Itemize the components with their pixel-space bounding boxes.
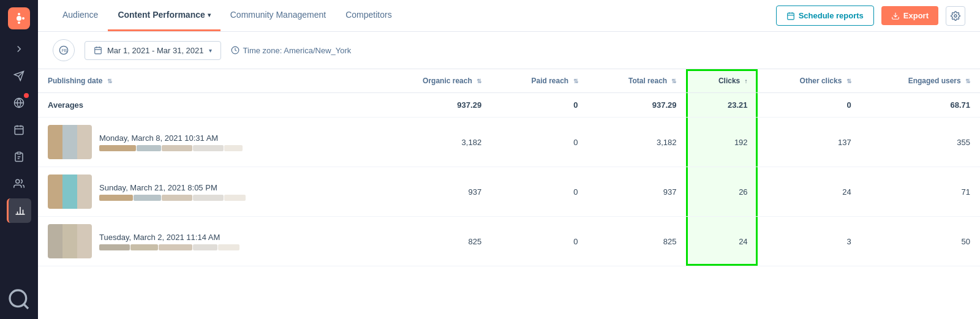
thumb-block-2 <box>62 125 77 159</box>
row2-paid-reach: 0 <box>491 167 587 217</box>
row3-engaged-users: 50 <box>861 217 980 266</box>
bar-segment <box>193 195 224 201</box>
row2-engaged-users: 71 <box>861 167 980 217</box>
col-header-other-clicks[interactable]: Other clicks ⇅ <box>758 69 861 93</box>
sort-icon: ⇅ <box>671 78 676 84</box>
svg-point-15 <box>16 179 20 183</box>
averages-clicks: 23.21 <box>686 93 757 118</box>
row1-other-clicks: 137 <box>758 118 861 167</box>
row2-total-reach: 937 <box>588 167 687 217</box>
toolbar: FB Mar 1, 2021 - Mar 31, 2021 ▾ Time zon… <box>38 32 980 69</box>
svg-rect-8 <box>15 126 23 135</box>
tab-audience[interactable]: Audience <box>53 0 108 31</box>
row3-clicks: 24 <box>686 217 757 266</box>
sort-icon: ⇅ <box>573 78 578 84</box>
row1-paid-reach: 0 <box>491 118 587 167</box>
nav-actions: Schedule reports Export <box>776 6 965 26</box>
row1-total-reach: 3,182 <box>588 118 687 167</box>
sidebar-logo[interactable] <box>8 7 30 29</box>
sidebar-item-reports[interactable] <box>7 144 31 169</box>
tab-competitors[interactable]: Competitors <box>336 0 401 31</box>
row1-publishing-date: Monday, March 8, 2021 10:31 AM <box>38 118 377 167</box>
timezone-display: Time zone: America/New_York <box>231 46 352 55</box>
sidebar-item-users[interactable] <box>7 171 31 196</box>
settings-button[interactable] <box>946 6 965 26</box>
date-range-picker[interactable]: Mar 1, 2021 - Mar 31, 2021 ▾ <box>85 41 221 60</box>
chevron-down-icon: ▾ <box>209 47 212 54</box>
export-button[interactable]: Export <box>881 6 938 25</box>
averages-label: Averages <box>38 93 377 118</box>
post-meta: Tuesday, March 2, 2021 11:14 AM <box>99 233 246 250</box>
averages-total-reach: 937.29 <box>588 93 687 118</box>
col-header-organic-reach[interactable]: Organic reach ⇅ <box>377 69 492 93</box>
users-icon <box>13 178 24 189</box>
post-cell: Sunday, March 21, 2021 8:05 PM <box>48 175 368 209</box>
col-header-clicks[interactable]: Clicks ↑ <box>686 69 757 93</box>
thumb-block-1 <box>48 224 62 258</box>
post-date: Monday, March 8, 2021 10:31 AM <box>99 133 246 143</box>
table-header-row: Publishing date ⇅ Organic reach ⇅ Paid r… <box>38 69 980 93</box>
sidebar-item-chart[interactable] <box>7 198 31 223</box>
svg-point-2 <box>22 17 24 20</box>
row3-paid-reach: 0 <box>491 217 587 266</box>
post-thumbnail <box>48 224 92 258</box>
content-filter-icon[interactable]: FB <box>53 39 75 61</box>
thumb-block-3 <box>77 175 92 209</box>
svg-point-3 <box>18 21 20 24</box>
sidebar-item-search[interactable] <box>7 287 31 312</box>
bar-segment <box>134 195 161 201</box>
row2-other-clicks: 24 <box>758 167 861 217</box>
bar-segment <box>99 195 133 201</box>
row3-total-reach: 825 <box>588 217 687 266</box>
row1-engaged-users: 355 <box>861 118 980 167</box>
svg-point-27 <box>954 15 957 17</box>
row3-other-clicks: 3 <box>758 217 861 266</box>
thumb-block-3 <box>77 224 92 258</box>
post-cell: Monday, March 8, 2021 10:31 AM <box>48 125 368 159</box>
post-thumbnail <box>48 125 92 159</box>
tab-content-performance[interactable]: Content Performance ▾ <box>108 0 220 31</box>
col-header-publishing-date[interactable]: Publishing date ⇅ <box>38 69 377 93</box>
averages-organic-reach: 937.29 <box>377 93 492 118</box>
row1-organic-reach: 3,182 <box>377 118 492 167</box>
post-preview-bar <box>99 244 246 250</box>
schedule-reports-button[interactable]: Schedule reports <box>776 6 874 26</box>
main-content: Audience Content Performance ▾ Community… <box>38 0 980 319</box>
svg-point-1 <box>18 13 20 15</box>
col-header-paid-reach[interactable]: Paid reach ⇅ <box>491 69 587 93</box>
globe-icon <box>13 97 24 108</box>
clipboard-icon <box>13 151 24 162</box>
sidebar-item-send[interactable] <box>7 64 31 88</box>
svg-rect-12 <box>17 152 21 154</box>
bar-segment <box>193 145 224 151</box>
row3-organic-reach: 825 <box>377 217 492 266</box>
sidebar-item-globe[interactable] <box>7 91 31 115</box>
row1-clicks: 192 <box>686 118 757 167</box>
col-header-engaged-users[interactable]: Engaged users ⇅ <box>861 69 980 93</box>
bar-segment <box>159 244 192 250</box>
bar-segment <box>99 244 130 250</box>
svg-line-21 <box>24 304 28 309</box>
table-row: Monday, March 8, 2021 10:31 AM <box>38 118 980 167</box>
post-preview-bar <box>99 145 246 151</box>
top-nav: Audience Content Performance ▾ Community… <box>38 0 980 32</box>
svg-rect-22 <box>787 13 794 19</box>
post-meta: Monday, March 8, 2021 10:31 AM <box>99 133 246 151</box>
post-cell: Tuesday, March 2, 2021 11:14 AM <box>48 224 368 258</box>
col-header-total-reach[interactable]: Total reach ⇅ <box>588 69 687 93</box>
bar-segment <box>162 145 192 151</box>
calendar-icon <box>13 124 24 135</box>
paper-plane-icon <box>13 70 24 81</box>
search-icon <box>7 287 31 312</box>
post-date: Sunday, March 21, 2021 8:05 PM <box>99 183 246 192</box>
bar-chart-icon <box>15 205 26 216</box>
svg-text:FB: FB <box>62 48 67 53</box>
sort-icon: ⇅ <box>107 78 112 84</box>
tab-community[interactable]: Community Management <box>221 0 336 31</box>
thumb-block-2 <box>62 224 77 258</box>
nav-tabs: Audience Content Performance ▾ Community… <box>53 0 776 31</box>
averages-engaged-users: 68.71 <box>861 93 980 118</box>
export-icon <box>891 12 900 20</box>
sidebar-expand[interactable] <box>7 37 31 61</box>
sidebar-item-calendar[interactable] <box>7 118 31 142</box>
